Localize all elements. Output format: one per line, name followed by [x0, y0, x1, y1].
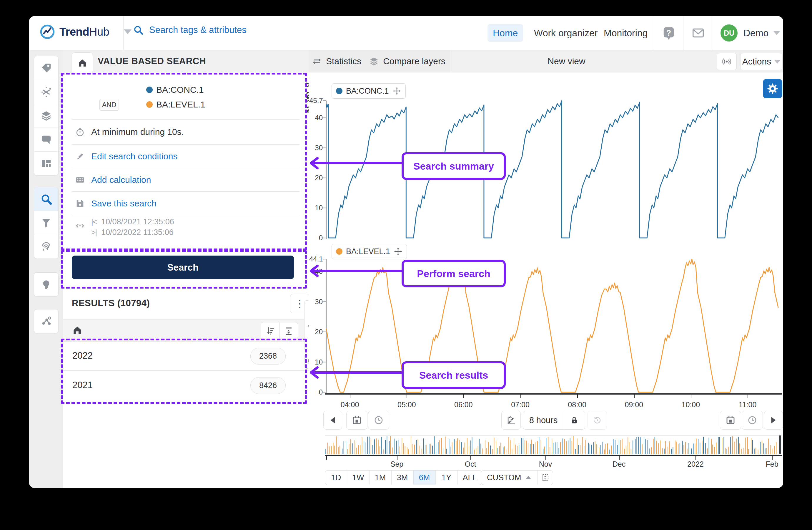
search-input[interactable]	[148, 25, 303, 36]
series-chip-conc[interactable]: BA:CONC.1	[332, 83, 406, 99]
user-name[interactable]: Demo	[743, 24, 768, 42]
top-nav: Home Work organizer Monitoring ? DU Demo	[482, 16, 783, 50]
nav-home[interactable]: Home	[488, 24, 523, 42]
brand-chevron-icon[interactable]	[124, 29, 131, 34]
svg-text:?: ?	[666, 29, 671, 38]
brand-logo[interactable]: TrendHub	[40, 24, 131, 40]
tool-search[interactable]	[34, 187, 58, 211]
mail-icon	[691, 26, 705, 40]
result-row-2021[interactable]: 2021 8426	[63, 371, 309, 400]
overview-tick	[397, 456, 397, 460]
calendar-icon	[725, 415, 736, 426]
panel-home-button[interactable]	[72, 52, 93, 74]
user-menu-chevron-icon[interactable]	[773, 31, 780, 35]
range-start[interactable]: |< 10/08/2021 12:35:06	[91, 217, 174, 226]
tab-label: Statistics	[326, 56, 361, 66]
calendar-end-button[interactable]	[720, 411, 741, 430]
series-chip-label: BA:CONC.1	[346, 86, 389, 96]
filter-icon	[40, 217, 52, 229]
tool-layers[interactable]	[34, 104, 58, 127]
custom-range-button[interactable]: CUSTOM	[481, 471, 537, 485]
chart-conc[interactable]	[309, 101, 783, 239]
sort-button[interactable]	[261, 322, 279, 339]
range-button-1m[interactable]: 1M	[369, 471, 391, 485]
save-search-row[interactable]: Save this search	[63, 194, 309, 213]
calendar-start-button[interactable]	[346, 411, 367, 430]
tab-compare-layers[interactable]: Compare layers	[364, 50, 450, 72]
broadcast-icon	[721, 56, 732, 67]
edit-conditions-row[interactable]: Edit search conditions	[63, 147, 309, 166]
overview-tick	[619, 456, 620, 460]
range-button-1d[interactable]: 1D	[325, 471, 347, 485]
condition-row[interactable]: BA:LEVEL.1 > 20	[146, 97, 205, 112]
mail-button[interactable]	[690, 25, 707, 42]
layers-icon	[40, 110, 52, 122]
edit-conditions-link[interactable]: Edit search conditions	[91, 151, 178, 161]
clock-start-button[interactable]	[368, 411, 389, 430]
tool-comment[interactable]	[34, 127, 58, 151]
y-tick-label: 10	[309, 204, 323, 212]
y-tick-label: 44.1	[309, 255, 323, 263]
range-button-all[interactable]: ALL	[458, 471, 482, 485]
chart-type-button[interactable]	[501, 411, 521, 430]
save-search-link[interactable]: Save this search	[91, 198, 157, 208]
actions-button[interactable]: Actions	[740, 53, 783, 70]
move-icon	[392, 86, 401, 95]
range-button-6m[interactable]: 6M	[414, 471, 435, 485]
home-icon	[72, 325, 83, 336]
add-calculation-link[interactable]: Add calculation	[91, 175, 151, 185]
overview-month-label: Sep	[381, 460, 413, 469]
swap-icon	[312, 56, 322, 66]
tool-fingerprint[interactable]	[34, 235, 58, 259]
help-button[interactable]: ?	[660, 25, 677, 42]
search-button[interactable]: Search	[72, 255, 294, 279]
range-end[interactable]: >| 10/02/2022 11:35:06	[91, 228, 174, 237]
nav-work-organizer[interactable]: Work organizer	[529, 24, 603, 42]
result-row-2022[interactable]: 2022 2368	[63, 341, 309, 371]
custom-range-group: CUSTOM	[481, 470, 553, 485]
pan-left-button[interactable]	[323, 411, 342, 430]
live-button[interactable]	[717, 53, 737, 70]
chevron-up-icon	[525, 476, 531, 479]
range-button-3m[interactable]: 3M	[391, 471, 414, 485]
annotation-arrow-perform	[304, 264, 403, 277]
tool-dashboard[interactable]	[34, 151, 58, 175]
overview-tick	[546, 456, 546, 460]
tool-formula[interactable]	[34, 80, 58, 104]
duration-value[interactable]: 8 hours	[523, 416, 564, 425]
history-button[interactable]	[588, 411, 607, 430]
skip-start-icon: |<	[91, 217, 97, 226]
tool-filter[interactable]	[34, 211, 58, 235]
search-panel: VALUE BASED SEARCH BA:CONC.1 > 20 AND BA…	[63, 50, 309, 488]
divider	[63, 400, 309, 400]
results-home-button[interactable]	[72, 325, 83, 336]
tool-tag[interactable]	[34, 56, 58, 80]
series-chip-level[interactable]: BA:LEVEL.1	[332, 244, 407, 259]
add-calculation-row[interactable]: Add calculation	[63, 170, 309, 189]
lock-duration-button[interactable]	[564, 411, 584, 429]
condition-row[interactable]: BA:CONC.1 > 20	[146, 82, 204, 97]
fit-range-button[interactable]	[537, 471, 553, 485]
divider	[712, 16, 712, 50]
tool-share[interactable]	[34, 309, 58, 333]
result-label: 2022	[72, 341, 93, 371]
clock-end-button[interactable]	[742, 411, 763, 430]
tab-statistics[interactable]: Statistics	[309, 50, 365, 72]
chart-settings-button[interactable]	[763, 79, 782, 98]
and-operator-badge[interactable]: AND	[99, 99, 119, 111]
x-tick	[350, 394, 350, 398]
pan-right-button[interactable]	[764, 411, 783, 430]
overview-strip[interactable]	[325, 435, 782, 454]
chart-toolbar: Statistics Compare layers New view Actio…	[309, 50, 783, 72]
result-label: 2021	[72, 371, 93, 400]
duration-row: At minimum during 10s.	[63, 122, 309, 141]
collapse-button[interactable]	[279, 322, 298, 339]
range-button-1w[interactable]: 1W	[347, 471, 369, 485]
tool-lightbulb[interactable]	[34, 273, 58, 296]
range-button-1y[interactable]: 1Y	[435, 471, 458, 485]
collapse-vertical-icon	[284, 326, 294, 336]
x-tick	[748, 394, 748, 398]
save-icon	[75, 198, 85, 208]
nav-monitoring[interactable]: Monitoring	[598, 24, 653, 42]
avatar[interactable]: DU	[721, 25, 738, 42]
